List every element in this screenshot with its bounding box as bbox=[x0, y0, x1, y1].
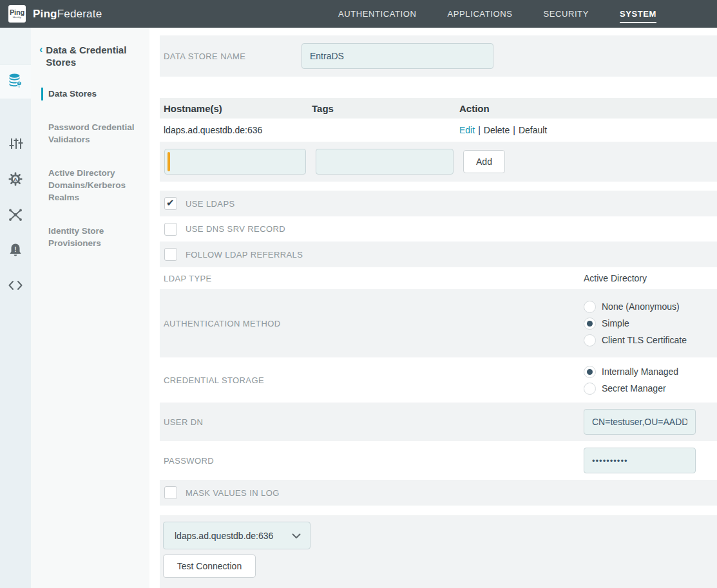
data-store-name-label: DATA STORE NAME bbox=[164, 52, 301, 61]
sidebar-item-identity-store-provisioners[interactable]: Identity Store Provisioners bbox=[31, 225, 149, 249]
data-store-name-input[interactable] bbox=[301, 43, 493, 69]
test-connection-button[interactable]: Test Connection bbox=[163, 555, 256, 578]
app-title-light: Federate bbox=[57, 8, 102, 20]
user-dn-field-wrap bbox=[584, 409, 696, 435]
radio-none-anonymous[interactable] bbox=[584, 301, 596, 313]
delete-link[interactable]: Delete bbox=[484, 125, 510, 135]
nav-item-system[interactable]: SYSTEM bbox=[620, 5, 656, 23]
code-brackets-icon bbox=[8, 278, 23, 296]
column-tags: Tags bbox=[312, 103, 459, 114]
network-nodes-icon bbox=[8, 207, 23, 225]
user-dn-input[interactable] bbox=[584, 409, 696, 435]
required-field-marker bbox=[164, 149, 306, 175]
sidebar-section-title: Data & Credential Stores bbox=[46, 44, 140, 68]
new-tags-wrap bbox=[316, 149, 454, 175]
hostname-select[interactable]: ldaps.ad.questdb.de:636 bbox=[163, 522, 311, 549]
credential-storage-row: CREDENTIAL STORAGE Internally Managed Se… bbox=[160, 357, 717, 403]
rail-item-monitoring-alerts[interactable]: ! bbox=[0, 234, 31, 268]
column-hostnames: Hostname(s) bbox=[160, 103, 312, 114]
cred-option-secret-manager[interactable]: Secret Manager bbox=[584, 383, 678, 395]
action-separator: | bbox=[478, 125, 481, 135]
rail-item-protocol-metadata[interactable] bbox=[0, 199, 31, 232]
use-dns-srv-label: USE DNS SRV RECORD bbox=[186, 224, 285, 234]
host-table-row: ldaps.ad.questdb.de:636 Edit|Delete|Defa… bbox=[160, 119, 717, 142]
nav-item-authentication[interactable]: AUTHENTICATION bbox=[338, 5, 417, 23]
mask-values-label: MASK VALUES IN LOG bbox=[186, 488, 280, 498]
top-nav-bar: Ping Identity. PingFederate AUTHENTICATI… bbox=[0, 0, 717, 28]
user-dn-label: USER DN bbox=[164, 417, 203, 427]
database-key-icon bbox=[7, 72, 24, 91]
new-hostname-input[interactable] bbox=[164, 149, 306, 175]
action-separator: | bbox=[513, 125, 515, 135]
sidebar-item-password-credential-validators[interactable]: Password Credential Validators bbox=[31, 121, 149, 146]
radio-client-tls-certificate[interactable] bbox=[584, 334, 596, 346]
add-host-row: Add bbox=[160, 142, 717, 182]
hostname-cell: ldaps.ad.questdb.de:636 bbox=[160, 125, 312, 135]
ldap-type-row: LDAP TYPE Active Directory bbox=[160, 267, 717, 289]
main-content: DATA STORE NAME Hostname(s) Tags Action … bbox=[149, 28, 717, 588]
nav-item-applications[interactable]: APPLICATIONS bbox=[448, 5, 513, 23]
credential-storage-options: Internally Managed Secret Manager bbox=[584, 357, 678, 403]
radio-secret-manager[interactable] bbox=[584, 383, 596, 395]
cred-option-internally-managed[interactable]: Internally Managed bbox=[584, 366, 678, 378]
auth-option-client-tls-label: Client TLS Certificate bbox=[602, 335, 687, 345]
password-label: PASSWORD bbox=[164, 456, 214, 466]
sidebar-items: Data Stores Password Credential Validato… bbox=[31, 88, 149, 249]
svg-text:A: A bbox=[14, 176, 17, 182]
rail-item-admin-operations[interactable]: A bbox=[0, 164, 31, 197]
edit-link[interactable]: Edit bbox=[459, 125, 475, 135]
use-ldaps-checkbox[interactable] bbox=[164, 197, 177, 210]
sidebar-back-link[interactable]: ‹ Data & Credential Stores bbox=[31, 28, 149, 68]
app-title: PingFederate bbox=[33, 8, 102, 21]
mask-values-checkbox[interactable] bbox=[164, 486, 177, 499]
rail-item-server-configuration[interactable] bbox=[0, 128, 31, 162]
auth-option-simple[interactable]: Simple bbox=[584, 318, 687, 330]
password-input[interactable] bbox=[584, 448, 696, 473]
sidebar-item-ad-domains-kerberos-realms[interactable]: Active Directory Domains/Kerberos Realms bbox=[31, 167, 149, 204]
svg-text:!: ! bbox=[14, 246, 16, 253]
ldap-type-value: Active Directory bbox=[584, 273, 647, 283]
use-dns-srv-checkbox[interactable] bbox=[164, 223, 177, 236]
mask-values-row: MASK VALUES IN LOG bbox=[160, 480, 717, 506]
auth-method-options: None (Anonymous) Simple Client TLS Certi… bbox=[584, 289, 687, 357]
pingfederate-app: Ping Identity. PingFederate AUTHENTICATI… bbox=[0, 0, 717, 588]
auth-option-client-tls[interactable]: Client TLS Certificate bbox=[584, 334, 687, 346]
app-title-bold: Ping bbox=[33, 8, 57, 20]
authentication-method-row: AUTHENTICATION METHOD None (Anonymous) S… bbox=[160, 289, 717, 357]
sidebar-item-data-stores[interactable]: Data Stores bbox=[31, 88, 149, 100]
action-cell: Edit|Delete|Default bbox=[459, 125, 717, 135]
cred-option-secret-manager-label: Secret Manager bbox=[602, 383, 666, 394]
icon-rail-top-spacer bbox=[0, 28, 31, 64]
radio-simple[interactable] bbox=[584, 318, 596, 330]
gear-icon: A bbox=[8, 171, 23, 189]
rail-item-external-systems[interactable] bbox=[0, 270, 31, 303]
new-tags-input[interactable] bbox=[316, 149, 454, 175]
add-button[interactable]: Add bbox=[463, 150, 505, 173]
auth-option-none-label: None (Anonymous) bbox=[602, 301, 680, 312]
hosts-table-header: Hostname(s) Tags Action bbox=[160, 98, 717, 119]
use-ldaps-row: USE LDAPS bbox=[160, 191, 717, 216]
nav-item-security[interactable]: SECURITY bbox=[543, 5, 589, 23]
use-dns-srv-row: USE DNS SRV RECORD bbox=[160, 216, 717, 242]
chevron-left-icon: ‹ bbox=[39, 44, 43, 68]
hostname-select-value: ldaps.ad.questdb.de:636 bbox=[175, 531, 273, 541]
password-row: PASSWORD bbox=[160, 441, 717, 480]
ping-identity-logo: Ping Identity. bbox=[8, 5, 26, 23]
sliders-icon bbox=[8, 136, 23, 154]
rail-item-data-stores[interactable] bbox=[0, 65, 31, 99]
follow-ldap-referrals-checkbox[interactable] bbox=[164, 248, 177, 261]
use-ldaps-label: USE LDAPS bbox=[186, 199, 235, 209]
default-link[interactable]: Default bbox=[519, 125, 547, 135]
test-connection-section: ldaps.ad.questdb.de:636 Test Connection bbox=[160, 515, 717, 588]
chevron-down-icon bbox=[292, 530, 301, 542]
icon-rail: A bbox=[0, 28, 31, 588]
logo-subtext: Identity. bbox=[13, 16, 22, 19]
primary-nav: AUTHENTICATION APPLICATIONS SECURITY SYS… bbox=[338, 5, 656, 23]
data-store-name-row: DATA STORE NAME bbox=[160, 35, 717, 77]
auth-option-simple-label: Simple bbox=[602, 318, 629, 328]
alert-bell-icon: ! bbox=[8, 242, 23, 260]
auth-option-none[interactable]: None (Anonymous) bbox=[584, 301, 687, 313]
user-dn-row: USER DN bbox=[160, 403, 717, 441]
secondary-sidebar: ‹ Data & Credential Stores Data Stores P… bbox=[31, 28, 149, 588]
radio-internally-managed[interactable] bbox=[584, 366, 596, 378]
